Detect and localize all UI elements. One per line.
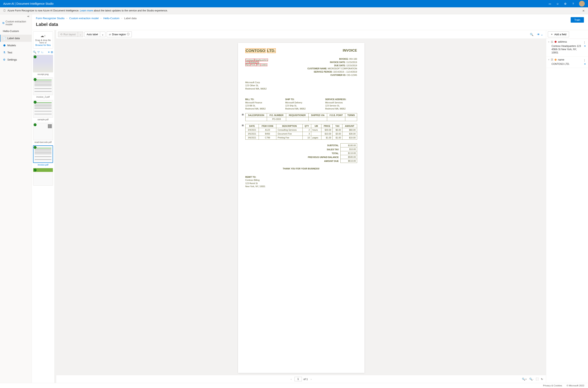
help-icon[interactable]: ? — [571, 2, 575, 5]
page-total: of 1 — [303, 378, 308, 381]
thumbnail[interactable]: ✓ — [33, 168, 53, 187]
sidebar-collapse-button[interactable]: ≪ — [0, 14, 32, 19]
dropzone[interactable]: ☁↑ Drag & drop file here or Browse for f… — [33, 31, 53, 48]
thumbnail[interactable]: ✓read-barcode.pdf — [33, 123, 53, 145]
address-block: SHIP TO:Microsoft Delivery123 Ship St,Re… — [285, 98, 317, 110]
draw-region-button[interactable]: ▱Draw region ⓘ — [107, 31, 132, 37]
table-cell: $3.00 — [333, 132, 343, 136]
eye-icon[interactable]: 👁 ⌄ — [536, 32, 544, 37]
highlighted-word[interactable]: New — [245, 63, 250, 66]
sidebar-item-models[interactable]: ⬢Models — [0, 42, 32, 49]
rotate-icon[interactable]: ↻ — [541, 378, 543, 381]
highlighted-word[interactable]: York, — [251, 63, 256, 66]
thumbnail-name — [33, 186, 53, 187]
doc-totals: SUBTOTAL$100.00SALES TAX$10.00TOTAL$110.… — [245, 143, 357, 163]
meta-label: CUSTOMER NAME: — [307, 67, 327, 70]
table-cell — [311, 132, 321, 136]
feedback-icon[interactable]: ☺ — [556, 2, 560, 5]
meta-label: INVOICE DATE: — [330, 61, 346, 63]
train-button[interactable]: Train — [571, 17, 584, 23]
settings-icon[interactable]: ⚙ — [564, 2, 567, 5]
remit-heading: REMIT TO: — [245, 176, 256, 178]
document-scroll[interactable]: INVOICE CONTOSO LTD. ContosoHeadquarters… — [56, 39, 546, 375]
grid-view-icon[interactable]: ⊞ — [51, 50, 53, 54]
text-line: Redmond WA, 98052 — [325, 107, 357, 110]
table-cell — [286, 117, 309, 121]
drag-icon[interactable]: ≡ — [548, 58, 549, 61]
more-icon[interactable]: ⋮ — [583, 41, 586, 44]
auto-label-button[interactable]: Auto label — [84, 32, 100, 37]
table-cell: $10.00 — [342, 136, 357, 140]
remove-field-button[interactable]: ✕ — [584, 45, 586, 54]
check-icon: ✓ — [34, 123, 37, 126]
info-learn-more-link[interactable]: Learn more — [80, 9, 93, 12]
doc-ship-blocks: BILL TO:Microsoft Finance123 Bill St,Red… — [245, 98, 357, 110]
sidebar-item-test[interactable]: ⚗Test — [0, 49, 32, 56]
more-icon[interactable]: ⋮ — [583, 59, 586, 62]
table-cell — [327, 117, 345, 121]
field-value-text: CONTOSO LTD. — [551, 62, 570, 66]
meta-label: DUE DATE: — [334, 64, 346, 67]
info-close-button[interactable]: ✕ — [582, 9, 585, 12]
total-value: $10.00 — [340, 147, 357, 151]
plus-icon: ＋ — [550, 33, 553, 36]
thumbnail[interactable]: ✓sample.pdf — [33, 100, 53, 122]
total-label: PREVIOUS UNPAID BALANCE — [300, 156, 340, 158]
sidebar-item-icon: ⚙ — [3, 58, 6, 61]
table-cell: $60.00 — [342, 128, 357, 132]
breadcrumb-current: Label data — [124, 17, 137, 20]
text-line: 123 Other St, — [245, 84, 357, 87]
thumbnail[interactable]: ✓receipt.png — [33, 55, 53, 77]
filter-icon[interactable]: ▽ — [38, 50, 40, 54]
avatar[interactable] — [579, 1, 585, 6]
thumbnail[interactable]: ✓invoice.pdf — [33, 145, 53, 167]
field-item[interactable]: ≡2name⋮CONTOSO LTD.✕ — [546, 57, 588, 68]
table-cell: $30.00 — [342, 132, 357, 136]
field-item[interactable]: ≡1address⋮Contoso Headquarters 123 456th… — [546, 39, 588, 57]
text-line: Contoso Billing — [245, 179, 357, 182]
pager: ‹ of 1 › 🔍+ 🔍- ⛶ ↻ — [56, 375, 546, 383]
chevron-right-icon: › — [100, 17, 101, 19]
copyright: © Microsoft 2022 — [566, 384, 584, 387]
breadcrumb-link[interactable]: Custom extraction model — [69, 17, 99, 20]
sidebar-item-label-data[interactable]: 📄Label data — [0, 35, 32, 42]
highlighted-word[interactable]: 10001 — [261, 63, 267, 66]
fit-icon[interactable]: ⛶ — [536, 378, 539, 381]
breadcrumb-link[interactable]: Form Recognizer Studio — [36, 17, 64, 20]
page-prev-button[interactable]: ‹ — [289, 377, 293, 381]
card-icon[interactable]: ▭ — [548, 2, 552, 5]
address-block: BILL TO:Microsoft Finance123 Bill St,Red… — [245, 98, 277, 110]
zoom-out-icon[interactable]: 🔍- — [529, 378, 533, 381]
thumbnail[interactable]: ✓invoice_2.pdf — [33, 77, 53, 99]
browse-files-link[interactable]: Browse for files — [34, 44, 52, 46]
highlighted-word[interactable]: CONTOSO — [245, 48, 266, 53]
highlighted-word[interactable]: NY, — [256, 63, 260, 66]
table-cell: Document Fee — [276, 132, 302, 136]
page-input[interactable] — [294, 377, 302, 381]
table-header: DATE — [245, 124, 259, 128]
text-line: Microsoft Services — [325, 101, 357, 104]
table-icon[interactable]: ▦ — [242, 124, 244, 127]
upload-icon: ☁↑ — [34, 34, 52, 38]
table-icon[interactable]: ▦ — [242, 113, 244, 116]
privacy-link[interactable]: Privacy & Cookies — [543, 384, 562, 387]
breadcrumb-link[interactable]: Hello-Custom — [103, 17, 120, 20]
remove-field-button[interactable]: ✕ — [584, 62, 586, 66]
search-icon[interactable]: 🔍 — [33, 50, 36, 54]
sidebar-item-settings[interactable]: ⚙Settings — [0, 56, 32, 63]
sidebar-item-label: Label data — [7, 37, 20, 40]
table-cell: $30.00 — [321, 128, 333, 132]
auto-label-chevron[interactable]: ⌄ — [100, 32, 105, 37]
page-next-button[interactable]: › — [309, 377, 313, 381]
doc-thankyou: THANK YOU FOR YOUR BUSINESS! — [245, 167, 357, 170]
total-value: $610.00 — [340, 159, 357, 163]
drag-icon[interactable]: ≡ — [548, 41, 549, 43]
add-field-button[interactable]: ＋Add a field — [548, 31, 569, 37]
list-view-icon[interactable]: ≡ — [48, 50, 49, 54]
sort-icon[interactable]: ↑↓ — [41, 50, 44, 54]
text-line: Redmond WA, 98052 — [245, 107, 277, 110]
zoom-in-icon[interactable]: 🔍+ — [522, 378, 527, 381]
highlighted-word[interactable]: LTD. — [267, 48, 276, 53]
search-doc-icon[interactable]: 🔍 — [529, 32, 535, 37]
table-cell: $10.00 — [321, 132, 333, 136]
